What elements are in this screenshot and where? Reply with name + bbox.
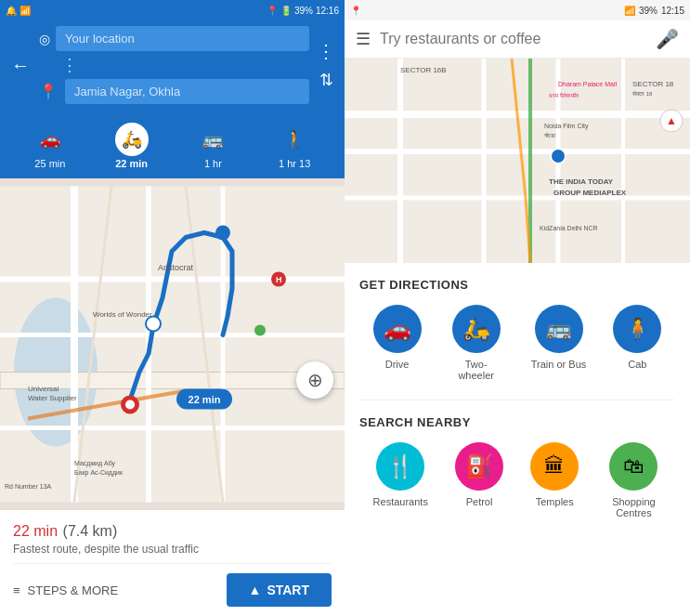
swap-button[interactable]: ⇅	[319, 70, 333, 90]
twowheeler-icon: 🛵	[122, 129, 142, 150]
svg-text:Noida Film City: Noida Film City	[544, 123, 589, 130]
steps-label: STEPS & MORE	[28, 583, 119, 597]
nearby-restaurants-icon: 🍴	[376, 442, 424, 491]
direction-drive-label: Drive	[385, 359, 410, 370]
signal-icon-right: 📶	[624, 6, 635, 16]
transport-walk[interactable]: 🚶 1 hr 13	[267, 123, 322, 169]
svg-text:Dharam Palace Mall: Dharam Palace Mall	[558, 81, 617, 87]
bus-icon-wrap: 🚌	[196, 123, 229, 156]
direction-drive[interactable]: 🚗 Drive	[373, 305, 422, 381]
status-bar-left: 🔔 📶 📍 🔋 39% 12:16	[0, 0, 345, 20]
location-icon: 📍	[267, 6, 278, 16]
cab-person-icon: 🧍	[625, 317, 650, 341]
nearby-restaurants-label: Restaurants	[373, 496, 428, 507]
status-bar-right: 📍 📶 39% 12:15	[345, 0, 690, 20]
time-value: 22 min	[13, 523, 58, 539]
svg-text:THE INDIA TODAY: THE INDIA TODAY	[549, 177, 614, 186]
drive-time: 25 min	[34, 158, 65, 169]
origin-input[interactable]	[56, 26, 309, 51]
shopping-bag-icon: 🛍	[623, 454, 644, 478]
svg-text:H: H	[276, 275, 282, 284]
svg-text:Worlds of Wonder: Worlds of Wonder	[93, 310, 152, 319]
svg-text:Universal: Universal	[28, 385, 59, 393]
nearby-shopping-label: Shopping Centres	[605, 496, 661, 518]
route-description: Fastest route, despite the usual traffic	[13, 543, 332, 556]
walk-time: 1 hr 13	[279, 158, 310, 169]
steps-icon: ≡	[13, 583, 20, 597]
svg-text:नोएडा: नोएडा	[543, 132, 556, 138]
nearby-temples-icon: 🏛	[530, 442, 579, 491]
svg-point-14	[125, 400, 135, 410]
svg-text:▲: ▲	[666, 114, 677, 127]
direction-cab[interactable]: 🧍 Cab	[613, 305, 661, 381]
search-input[interactable]	[380, 31, 646, 47]
right-panel: 📍 📶 39% 12:15 ☰ 🎤	[345, 0, 690, 616]
twowheeler-icon-wrap: 🛵	[115, 123, 149, 156]
destination-row: 📍	[39, 79, 309, 104]
distance-value: (7.4 km)	[63, 523, 118, 539]
origin-row: ← ◎ ⋮ 📍 ⋮ ⇅	[9, 26, 335, 104]
section-divider	[359, 400, 675, 400]
time-right: 12:15	[661, 6, 684, 16]
svg-point-39	[551, 149, 566, 164]
transport-bus[interactable]: 🚌 1 hr	[185, 123, 241, 169]
start-button[interactable]: ▲ START	[227, 573, 332, 607]
svg-point-26	[254, 325, 266, 336]
transport-bar: 🚗 25 min 🛵 22 min 🚌 1 hr 🚶 1 hr 13	[0, 115, 345, 178]
map-area-left[interactable]: Aristocrat Worlds of Wonder Universal Wa…	[0, 178, 345, 510]
get-directions-grid: 🚗 Drive 🛵 Two-wheeler 🚌 Train or Bus	[359, 305, 675, 381]
svg-text:Water Supplier: Water Supplier	[28, 394, 77, 402]
svg-text:22 min: 22 min	[189, 394, 221, 405]
direction-twowheeler-icon: 🛵	[452, 305, 501, 353]
nearby-temples[interactable]: 🏛 Temples	[530, 442, 579, 518]
fork-scissors-icon: 🍴	[386, 453, 414, 479]
bus-train-icon: 🚌	[546, 317, 571, 341]
map-svg-right: SECTOR 16B Dharam Palace Mall धरम पैलेस …	[345, 59, 690, 263]
start-label: START	[267, 583, 309, 597]
bottom-actions: ≡ STEPS & MORE ▲ START	[13, 563, 332, 616]
direction-trainbus-icon: 🚌	[535, 305, 583, 353]
search-nearby-grid: 🍴 Restaurants ⛽ Petrol 🏛 Temples	[359, 442, 675, 518]
map-svg-left: Aristocrat Worlds of Wonder Universal Wa…	[0, 178, 345, 510]
drive-icon: 🚗	[40, 129, 60, 150]
search-nearby-title: SEARCH NEARBY	[359, 415, 675, 429]
walk-icon-wrap: 🚶	[278, 123, 311, 156]
nearby-petrol[interactable]: ⛽ Petrol	[455, 442, 503, 518]
direction-cab-icon: 🧍	[613, 305, 661, 353]
back-button[interactable]: ←	[9, 55, 32, 76]
search-bar: ☰ 🎤	[345, 20, 690, 59]
fuel-icon: ⛽	[465, 453, 493, 479]
svg-text:सेक्टर 18: सेक्टर 18	[631, 90, 653, 97]
destination-pin-icon: 📍	[39, 83, 58, 100]
more-options-button[interactable]: ⋮	[317, 40, 335, 62]
microphone-icon[interactable]: 🎤	[656, 28, 679, 50]
direction-trainbus[interactable]: 🚌 Train or Bus	[531, 305, 587, 381]
route-dots: ⋮	[61, 55, 309, 75]
hamburger-icon[interactable]: ☰	[356, 29, 371, 49]
nearby-temples-label: Temples	[536, 496, 574, 507]
direction-twowheeler[interactable]: 🛵 Two-wheeler	[449, 305, 504, 381]
location-icon-right: 📍	[350, 6, 361, 16]
steps-more-button[interactable]: ≡ STEPS & MORE	[13, 583, 118, 597]
location-target-button[interactable]: ⊕	[296, 361, 333, 399]
get-directions-title: GET DIRECTIONS	[359, 278, 675, 292]
transport-drive[interactable]: 🚗 25 min	[22, 123, 78, 169]
travel-time: 22 min (7.4 km)	[13, 519, 332, 541]
location-inputs: ◎ ⋮ 📍	[39, 26, 309, 104]
transport-twowheeler[interactable]: 🛵 22 min	[104, 123, 160, 169]
bottom-sheet: GET DIRECTIONS 🚗 Drive 🛵 Two-wheeler 🚌	[345, 263, 690, 616]
bus-time: 1 hr	[204, 158, 222, 169]
nearby-petrol-label: Petrol	[466, 496, 493, 507]
nearby-shopping[interactable]: 🛍 Shopping Centres	[605, 442, 661, 518]
status-info-left: 📍 🔋 39% 12:16	[267, 6, 339, 16]
svg-text:Aristocrat: Aristocrat	[158, 263, 194, 272]
svg-text:SECTOR 18: SECTOR 18	[632, 80, 674, 88]
nearby-restaurants[interactable]: 🍴 Restaurants	[373, 442, 428, 518]
status-icons-left: 🔔 📶	[6, 6, 31, 16]
svg-text:धरम पैलेस मॉल: धरम पैलेस मॉल	[549, 92, 579, 98]
destination-input[interactable]	[65, 79, 309, 104]
bottom-info: 22 min (7.4 km) Fastest route, despite t…	[0, 510, 345, 616]
svg-point-16	[215, 226, 230, 241]
map-area-right[interactable]: SECTOR 16B Dharam Palace Mall धरम पैलेस …	[345, 59, 690, 263]
temple-icon: 🏛	[544, 454, 565, 478]
